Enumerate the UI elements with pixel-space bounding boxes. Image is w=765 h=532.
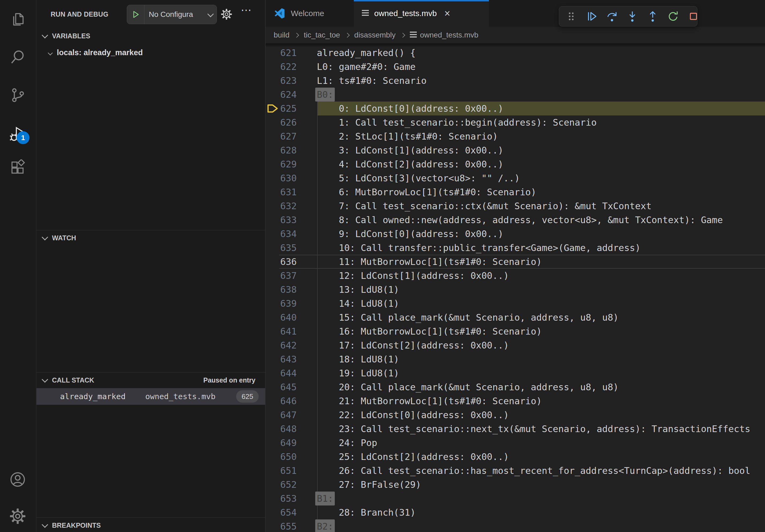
line-number[interactable]: 649 xyxy=(266,436,297,450)
code-line[interactable]: 643 18: LdU8(1) xyxy=(266,352,765,366)
code-line[interactable]: 629 4: LdConst[2](address: 0x00..) xyxy=(266,157,765,171)
line-number[interactable]: 647 xyxy=(266,408,297,422)
code-line[interactable]: 637 12: LdConst[1](address: 0x00..) xyxy=(266,269,765,283)
line-number[interactable]: 626 xyxy=(266,116,297,130)
account-icon[interactable] xyxy=(10,471,26,487)
line-number[interactable]: 638 xyxy=(266,283,297,297)
breadcrumb-item[interactable]: disassembly xyxy=(355,31,395,39)
breadcrumb-item[interactable]: build xyxy=(274,31,290,39)
line-number[interactable]: 651 xyxy=(266,464,297,478)
code-line[interactable]: 639 14: LdU8(1) xyxy=(266,297,765,311)
line-number[interactable]: 633 xyxy=(266,213,297,227)
code-line[interactable]: 632 7: Call test_scenario::ctx(&mut Scen… xyxy=(266,199,765,213)
line-number[interactable]: 632 xyxy=(266,199,297,213)
code-line[interactable]: 647 22: LdConst[0](address: 0x00..) xyxy=(266,408,765,422)
code-line[interactable]: 652 27: BrFalse(29) xyxy=(266,478,765,492)
line-number[interactable]: 643 xyxy=(266,352,297,366)
debug-config-dropdown[interactable]: No Configura xyxy=(127,5,217,24)
code-line[interactable]: 625 0: LdConst[0](address: 0x00..) xyxy=(266,102,765,116)
line-number[interactable]: 653 xyxy=(266,492,297,505)
source-control-icon[interactable] xyxy=(10,87,26,103)
debug-settings-gear-icon[interactable] xyxy=(221,9,232,20)
code-line[interactable]: 654 28: Branch(31) xyxy=(266,505,765,519)
code-line[interactable]: 628 3: LdConst[1](address: 0x00..) xyxy=(266,143,765,157)
line-number[interactable]: 644 xyxy=(266,366,297,380)
close-icon[interactable]: × xyxy=(444,8,450,19)
breakpoints-section-header[interactable]: BREAKPOINTS xyxy=(36,517,265,532)
code-line[interactable]: 653 B1: xyxy=(266,492,765,505)
call-stack-section-header[interactable]: CALL STACK Paused on entry xyxy=(36,372,265,388)
code-line[interactable]: 631 6: MutBorrowLoc[1](ts#1#0: Scenario) xyxy=(266,185,765,199)
line-number[interactable]: 623 xyxy=(266,74,297,88)
step-over-icon[interactable] xyxy=(603,8,621,24)
variables-section-header[interactable]: VARIABLES xyxy=(36,28,265,43)
tab-owned-tests[interactable]: owned_tests.mvb × xyxy=(354,0,489,27)
variables-scope-row[interactable]: locals: already_marked xyxy=(36,45,265,60)
line-number[interactable]: 645 xyxy=(266,380,297,394)
code-line[interactable]: 651 26: Call test_scenario::has_most_rec… xyxy=(266,464,765,478)
toolbar-gripper-icon[interactable] xyxy=(562,8,580,24)
code-line[interactable]: 648 23: Call test_scenario::next_tx(&mut… xyxy=(266,422,765,436)
code-line[interactable]: 634 9: LdConst[0](address: 0x00..) xyxy=(266,227,765,241)
line-number[interactable]: 631 xyxy=(266,185,297,199)
line-number[interactable]: 637 xyxy=(266,269,297,283)
search-icon[interactable] xyxy=(10,49,26,65)
code-line[interactable]: 641 16: MutBorrowLoc[1](ts#1#0: Scenario… xyxy=(266,324,765,338)
continue-icon[interactable] xyxy=(583,8,600,24)
line-number[interactable]: 625 xyxy=(266,102,297,116)
line-number[interactable]: 640 xyxy=(266,311,297,324)
line-number[interactable]: 635 xyxy=(266,241,297,255)
line-number[interactable]: 628 xyxy=(266,143,297,157)
breadcrumb-item[interactable]: owned_tests.mvb xyxy=(420,31,478,39)
step-out-icon[interactable] xyxy=(644,8,661,24)
code-line[interactable]: 622 L0: game#2#0: Game xyxy=(266,60,765,74)
start-debug-icon[interactable] xyxy=(127,5,145,24)
explorer-icon[interactable] xyxy=(10,11,26,27)
line-number[interactable]: 634 xyxy=(266,227,297,241)
code-line[interactable]: 646 21: MutBorrowLoc[1](ts#1#0: Scenario… xyxy=(266,394,765,408)
code-line[interactable]: 626 1: Call test_scenario::begin(address… xyxy=(266,116,765,130)
code-line[interactable]: 645 20: Call place_mark(&mut Scenario, a… xyxy=(266,380,765,394)
code-editor[interactable]: 621 already_marked() { 622 L0: game#2#0:… xyxy=(266,43,765,532)
code-line[interactable]: 649 24: Pop xyxy=(266,436,765,450)
line-number[interactable]: 636 xyxy=(266,255,297,269)
step-into-icon[interactable] xyxy=(623,8,641,24)
stop-icon[interactable] xyxy=(685,8,702,24)
settings-gear-icon[interactable] xyxy=(10,508,26,524)
line-number[interactable]: 650 xyxy=(266,450,297,464)
line-number[interactable]: 654 xyxy=(266,505,297,519)
line-number[interactable]: 630 xyxy=(266,171,297,185)
line-number[interactable]: 655 xyxy=(266,519,297,532)
extensions-icon[interactable] xyxy=(10,159,26,175)
line-number[interactable]: 639 xyxy=(266,297,297,311)
breadcrumb-item[interactable]: tic_tac_toe xyxy=(304,31,340,39)
code-line[interactable]: 633 8: Call owned::new(address, address,… xyxy=(266,213,765,227)
code-line[interactable]: 640 15: Call place_mark(&mut Scenario, a… xyxy=(266,311,765,324)
code-line[interactable]: 624 B0: xyxy=(266,88,765,102)
line-number[interactable]: 629 xyxy=(266,157,297,171)
call-stack-frame[interactable]: already_marked owned_tests.mvb 625 xyxy=(36,388,265,405)
code-line[interactable]: 636 11: MutBorrowLoc[1](ts#1#0: Scenario… xyxy=(266,255,765,269)
code-line[interactable]: 644 19: LdU8(1) xyxy=(266,366,765,380)
code-line[interactable]: 621 already_marked() { xyxy=(266,46,765,60)
code-line[interactable]: 627 2: StLoc[1](ts#1#0: Scenario) xyxy=(266,130,765,143)
line-number[interactable]: 652 xyxy=(266,478,297,492)
line-number[interactable]: 642 xyxy=(266,338,297,352)
more-actions-icon[interactable]: ⋯ xyxy=(241,4,252,16)
restart-icon[interactable] xyxy=(664,8,682,24)
code-line[interactable]: 630 5: LdConst[3](vector<u8>: "" /..) xyxy=(266,171,765,185)
tab-welcome[interactable]: Welcome xyxy=(266,0,354,27)
watch-section-header[interactable]: WATCH xyxy=(36,230,265,245)
line-number[interactable]: 641 xyxy=(266,324,297,338)
line-number[interactable]: 627 xyxy=(266,130,297,143)
line-number[interactable]: 624 xyxy=(266,88,297,102)
line-number[interactable]: 646 xyxy=(266,394,297,408)
line-number[interactable]: 648 xyxy=(266,422,297,436)
code-line[interactable]: 655 B2: xyxy=(266,519,765,532)
code-line[interactable]: 635 10: Call transfer::public_transfer<G… xyxy=(266,241,765,255)
line-number[interactable]: 621 xyxy=(266,46,297,60)
code-line[interactable]: 623 L1: ts#1#0: Scenario xyxy=(266,74,765,88)
line-number[interactable]: 622 xyxy=(266,60,297,74)
code-line[interactable]: 650 25: LdConst[2](address: 0x00..) xyxy=(266,450,765,464)
code-line[interactable]: 638 13: LdU8(1) xyxy=(266,283,765,297)
